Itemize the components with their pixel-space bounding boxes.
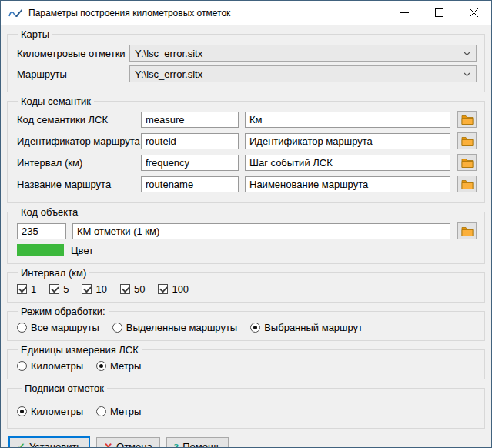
checkbox-icon bbox=[17, 284, 27, 294]
map-row-routes: Маршруты Y:\lsc_error.sitx bbox=[17, 65, 477, 82]
group-object-code: Код объекта Цвет bbox=[7, 206, 485, 264]
folder-icon bbox=[461, 158, 474, 168]
chevron-down-icon bbox=[464, 72, 470, 77]
radio-icon bbox=[96, 406, 106, 416]
browse-button[interactable] bbox=[457, 111, 477, 128]
radio-icon bbox=[250, 323, 260, 333]
interval-checkbox-row: 1 5 10 50 100 bbox=[17, 283, 477, 295]
folder-icon bbox=[461, 179, 474, 189]
semantic-code-input[interactable] bbox=[141, 112, 239, 128]
routes-combobox-value: Y:\lsc_error.sitx bbox=[135, 69, 202, 80]
routes-combobox[interactable]: Y:\lsc_error.sitx bbox=[129, 65, 477, 82]
semantic-row-measure: Код семантики ЛСК bbox=[17, 111, 477, 128]
semantic-label: Название маршрута bbox=[17, 179, 141, 190]
radio-icon bbox=[17, 406, 27, 416]
minimize-button[interactable] bbox=[387, 1, 422, 25]
group-mark-labels: Подписи отметок Километры Метры bbox=[7, 383, 485, 429]
mark-labels-radio-row: Километры Метры bbox=[17, 406, 477, 417]
radio-icon bbox=[96, 361, 106, 371]
dialog-window: Параметры построения километровых отмето… bbox=[0, 0, 492, 448]
semantic-desc-input[interactable] bbox=[245, 133, 450, 149]
group-units-title: Единицы измерения ЛСК bbox=[18, 344, 142, 356]
checkbox-interval-100[interactable]: 100 bbox=[158, 283, 189, 295]
question-icon: ? bbox=[174, 442, 179, 448]
group-semantics-title: Коды семантик bbox=[18, 95, 94, 107]
semantic-label: Интервал (км) bbox=[17, 157, 141, 169]
group-units: Единицы измерения ЛСК Километры Метры bbox=[7, 344, 485, 379]
group-object-code-title: Код объекта bbox=[18, 206, 81, 218]
group-mark-labels-title: Подписи отметок bbox=[22, 383, 107, 394]
radio-units-meters[interactable]: Метры bbox=[96, 360, 141, 372]
maximize-icon bbox=[435, 8, 443, 17]
color-swatch[interactable] bbox=[17, 244, 64, 256]
km-marks-combobox[interactable]: Y:\lsc_error.sitx bbox=[129, 45, 477, 62]
group-processing-mode: Режим обработки: Все маршруты Выделенные… bbox=[7, 306, 485, 341]
group-processing-mode-title: Режим обработки: bbox=[18, 306, 109, 317]
km-marks-label: Километровые отметки bbox=[17, 48, 129, 59]
close-icon bbox=[470, 8, 478, 17]
semantic-desc-input[interactable] bbox=[245, 112, 450, 128]
object-desc-input[interactable] bbox=[72, 223, 450, 239]
checkbox-interval-5[interactable]: 5 bbox=[49, 283, 69, 295]
radio-highlighted-routes[interactable]: Выделенные маршруты bbox=[112, 322, 237, 333]
checkbox-icon bbox=[82, 284, 92, 294]
group-interval: Интервал (км) 1 5 10 50 bbox=[7, 267, 485, 303]
checkbox-icon bbox=[158, 284, 168, 294]
semantic-label: Код семантики ЛСК bbox=[17, 114, 141, 125]
semantic-label: Идентификатор маршрута bbox=[17, 135, 141, 147]
color-row: Цвет bbox=[17, 244, 477, 256]
help-button[interactable]: ? Помощь bbox=[166, 437, 229, 448]
group-maps-title: Карты bbox=[18, 28, 52, 40]
maximize-button[interactable] bbox=[422, 1, 457, 25]
radio-labels-kilometers[interactable]: Километры bbox=[17, 406, 83, 417]
radio-icon bbox=[112, 323, 122, 333]
browse-button[interactable] bbox=[457, 154, 477, 171]
titlebar: Параметры построения километровых отмето… bbox=[1, 1, 491, 25]
chevron-down-icon bbox=[464, 52, 470, 56]
object-code-input[interactable] bbox=[17, 223, 66, 239]
group-maps: Карты Километровые отметки Y:\lsc_error.… bbox=[7, 28, 485, 92]
app-icon bbox=[8, 7, 23, 19]
routes-label: Маршруты bbox=[17, 69, 129, 80]
semantic-row-routename: Название маршрута bbox=[17, 176, 477, 192]
radio-units-kilometers[interactable]: Километры bbox=[17, 360, 83, 372]
semantic-desc-input[interactable] bbox=[245, 155, 450, 171]
semantic-code-input[interactable] bbox=[141, 133, 239, 149]
semantic-code-input[interactable] bbox=[141, 176, 239, 192]
minimize-icon bbox=[400, 8, 409, 17]
processing-mode-radio-row: Все маршруты Выделенные маршруты Выбранн… bbox=[17, 322, 477, 333]
folder-icon bbox=[461, 136, 474, 146]
check-icon: ✓ bbox=[17, 442, 25, 448]
units-radio-row: Километры Метры bbox=[17, 360, 477, 372]
checkbox-icon bbox=[49, 284, 59, 294]
install-button[interactable]: ✓ Установить bbox=[8, 436, 90, 448]
radio-labels-meters[interactable]: Метры bbox=[96, 406, 141, 417]
color-label: Цвет bbox=[71, 245, 93, 256]
km-marks-combobox-value: Y:\lsc_error.sitx bbox=[135, 48, 202, 59]
object-code-row bbox=[17, 222, 477, 239]
button-bar: ✓ Установить ✕ Отмена ? Помощь bbox=[7, 432, 485, 448]
checkbox-interval-50[interactable]: 50 bbox=[120, 283, 145, 295]
group-semantics: Коды семантик Код семантики ЛСК Идентифи… bbox=[7, 95, 485, 203]
checkbox-interval-10[interactable]: 10 bbox=[82, 283, 106, 295]
group-interval-title: Интервал (км) bbox=[18, 267, 89, 279]
close-button[interactable] bbox=[457, 1, 491, 25]
browse-button[interactable] bbox=[457, 176, 477, 192]
folder-icon bbox=[461, 115, 474, 125]
semantic-code-input[interactable] bbox=[141, 155, 239, 171]
radio-all-routes[interactable]: Все маршруты bbox=[17, 322, 99, 333]
folder-icon bbox=[461, 226, 474, 236]
checkbox-icon bbox=[120, 284, 130, 294]
x-icon: ✕ bbox=[104, 442, 112, 448]
window-title: Параметры построения километровых отмето… bbox=[28, 8, 387, 18]
cancel-button[interactable]: ✕ Отмена bbox=[96, 437, 160, 448]
map-row-km-marks: Километровые отметки Y:\lsc_error.sitx bbox=[17, 45, 477, 62]
semantic-row-routeid: Идентификатор маршрута bbox=[17, 132, 477, 149]
checkbox-interval-1[interactable]: 1 bbox=[17, 283, 36, 295]
browse-button[interactable] bbox=[457, 222, 477, 239]
semantic-row-frequency: Интервал (км) bbox=[17, 154, 477, 171]
semantic-desc-input[interactable] bbox=[245, 176, 450, 192]
browse-button[interactable] bbox=[457, 132, 477, 149]
radio-icon bbox=[17, 361, 27, 371]
radio-selected-route[interactable]: Выбранный маршрут bbox=[250, 322, 363, 333]
